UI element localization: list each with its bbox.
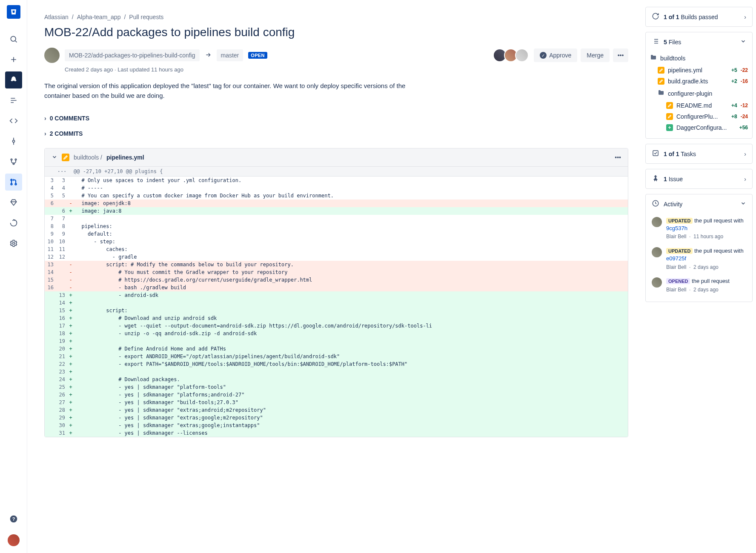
activity-avatar[interactable] <box>652 247 662 257</box>
diff-line[interactable]: 99 default: <box>45 230 628 238</box>
diff-line[interactable]: 23+ <box>45 368 628 376</box>
merge-button[interactable]: Merge <box>581 48 610 62</box>
activity-item: UPDATED the pull request with 9cg537h Bl… <box>652 214 746 244</box>
clock-icon <box>652 200 659 208</box>
diff-line[interactable]: 88 pipelines: <box>45 222 628 230</box>
approve-button[interactable]: ✓Approve <box>534 48 577 62</box>
pr-meta: Created 2 days ago · Last updated 11 hou… <box>65 66 628 73</box>
branches-icon[interactable] <box>5 153 22 170</box>
check-icon: ✓ <box>540 52 547 59</box>
diff-line[interactable]: 44 # ----- <box>45 184 628 192</box>
activity-item: UPDATED the pull request with e09725f Bl… <box>652 244 746 274</box>
downloads-icon[interactable] <box>5 194 22 211</box>
diff-line[interactable]: 31+ - yes | sdkmanager --licenses <box>45 429 628 437</box>
diff-line[interactable]: 1111 caches: <box>45 245 628 253</box>
breadcrumb-section[interactable]: Pull requests <box>129 14 163 20</box>
tree-file[interactable]: build.gradle.kts +2 -16 <box>650 76 748 87</box>
tasks-panel-header[interactable]: 1 of 1 Tasks › <box>646 144 752 163</box>
diff-line[interactable]: 28+ - yes | sdkmanager "extras;android;m… <box>45 406 628 414</box>
tree-file[interactable]: pipelines.yml +5 -22 <box>650 65 748 76</box>
breadcrumb-repo[interactable]: Alpha-team_app <box>77 14 121 20</box>
commit-link[interactable]: e09725f <box>666 255 686 262</box>
diff-file-header[interactable]: buildtools / pipelines.yml ••• <box>45 148 628 167</box>
activity-avatar[interactable] <box>652 277 662 288</box>
chevron-down-icon <box>52 154 57 161</box>
settings-icon[interactable] <box>5 235 22 252</box>
rocket-icon[interactable] <box>5 71 22 88</box>
diff-line[interactable]: 29+ - yes | sdkmanager "extras;google;m2… <box>45 414 628 422</box>
chevron-right-icon: › <box>44 130 46 137</box>
diff-more-button[interactable]: ••• <box>615 154 621 161</box>
commits-icon[interactable] <box>5 133 22 150</box>
diff-line[interactable]: 17+ - wget --quiet --output-document=and… <box>45 322 628 330</box>
diff-line[interactable]: 21+ - export ANDROID_HOME="/opt/atlassia… <box>45 353 628 360</box>
tree-file[interactable]: README.md +4 -12 <box>650 100 748 111</box>
chevron-right-icon: › <box>744 151 746 157</box>
svg-point-7 <box>15 183 16 185</box>
page-title: MOB-22/Add packages to pipelines build c… <box>44 26 628 39</box>
diff-line[interactable]: 15+ script: <box>45 307 628 314</box>
user-avatar[interactable] <box>8 534 20 546</box>
source-icon[interactable] <box>5 112 22 129</box>
tree-folder[interactable]: configurer-plugin <box>650 87 748 100</box>
chevron-right-icon: › <box>44 115 46 122</box>
added-file-icon: + <box>666 124 673 131</box>
diff-line[interactable]: 13- script: # Modify the commands below … <box>45 261 628 268</box>
diff-line[interactable]: 55 # You can specify a custom docker ima… <box>45 192 628 200</box>
search-icon[interactable] <box>5 31 22 48</box>
diff-line[interactable]: 14+ <box>45 299 628 307</box>
right-panel: 1 of 1 1 of 1 Builds passedBuilds passed… <box>645 0 756 553</box>
diff-line[interactable]: 18+ - unzip -o -qq android-sdk.zip -d an… <box>45 330 628 337</box>
pull-requests-icon[interactable] <box>5 174 22 191</box>
diff-line[interactable]: 20+ # Define Android Home and add PATHs <box>45 345 628 353</box>
diff-body: 33 # Only use spaces to indent your .yml… <box>45 177 628 437</box>
commits-section-toggle[interactable]: › 2 COMMITS <box>44 126 628 141</box>
diff-line[interactable]: 1010 - step: <box>45 238 628 245</box>
diff-line[interactable]: 26+ - yes | sdkmanager "platforms;androi… <box>45 391 628 399</box>
author-avatar[interactable] <box>44 48 60 63</box>
diff-line[interactable]: 16+ # Download and unzip android sdk <box>45 314 628 322</box>
task-icon <box>652 149 659 158</box>
source-branch[interactable]: MOB-22/add-packages-to-pipelines-build-c… <box>65 49 200 61</box>
builds-panel-header[interactable]: 1 of 1 1 of 1 Builds passedBuilds passed… <box>646 7 752 26</box>
breadcrumb-org[interactable]: Atlassian <box>44 14 69 20</box>
overview-icon[interactable] <box>5 92 22 109</box>
svg-point-1 <box>12 140 14 143</box>
pipelines-icon[interactable] <box>5 214 22 231</box>
tree-folder[interactable]: buildtools <box>650 51 748 65</box>
file-tree: buildtools pipelines.yml +5 -22 build.gr… <box>646 51 752 138</box>
tree-file[interactable]: + DaggerConfigura... +56 <box>650 122 748 133</box>
diff-line[interactable]: 14- # You must commit the Gradle wrapper… <box>45 268 628 276</box>
files-panel-header[interactable]: 5 Files <box>646 32 752 51</box>
tree-file[interactable]: ConfigurerPlu... +8 -24 <box>650 111 748 122</box>
diff-line[interactable]: 6- image: openjdk:8 <box>45 200 628 207</box>
svg-point-5 <box>11 179 12 180</box>
commit-link[interactable]: 9cg537h <box>666 225 687 231</box>
diff-line[interactable]: 13+ - android-sdk <box>45 291 628 299</box>
diff-line[interactable]: 25+ - yes | sdkmanager "platform-tools" <box>45 383 628 391</box>
diff-line[interactable]: 77 <box>45 215 628 222</box>
create-icon[interactable] <box>5 51 22 68</box>
target-branch[interactable]: master <box>217 49 243 61</box>
svg-rect-11 <box>653 151 658 156</box>
bitbucket-logo[interactable] <box>7 5 20 19</box>
diff-line[interactable]: 30+ - yes | sdkmanager "extras;google;in… <box>45 422 628 429</box>
more-actions-button[interactable]: ••• <box>613 48 628 62</box>
diff-line[interactable]: 6+ image: java:8 <box>45 207 628 215</box>
activity-panel-header[interactable]: Activity <box>646 194 752 214</box>
help-icon[interactable]: ? <box>5 510 22 527</box>
reviewer-avatar[interactable] <box>515 48 529 62</box>
svg-point-0 <box>11 36 16 41</box>
diff-line[interactable]: 16- - bash ./gradlew build <box>45 284 628 291</box>
issue-panel-header[interactable]: 1 Issue › <box>646 169 752 188</box>
diff-line[interactable]: 33 # Only use spaces to indent your .yml… <box>45 177 628 184</box>
diff-line[interactable]: 22+ - export PATH="$ANDROID_HOME/tools:$… <box>45 360 628 368</box>
diff-line[interactable]: 24+ # Download packages. <box>45 376 628 383</box>
diff-line[interactable]: 19+ <box>45 337 628 345</box>
comments-section-toggle[interactable]: › 0 COMMENTS <box>44 111 628 126</box>
diff-line[interactable]: 1212 - gradle <box>45 253 628 261</box>
activity-avatar[interactable] <box>652 217 662 227</box>
diff-line[interactable]: 15- # https://docs.gradle.org/current/us… <box>45 276 628 284</box>
diff-line[interactable]: 27+ - yes | sdkmanager "build-tools;27.0… <box>45 399 628 406</box>
activity-list: UPDATED the pull request with 9cg537h Bl… <box>646 214 752 302</box>
